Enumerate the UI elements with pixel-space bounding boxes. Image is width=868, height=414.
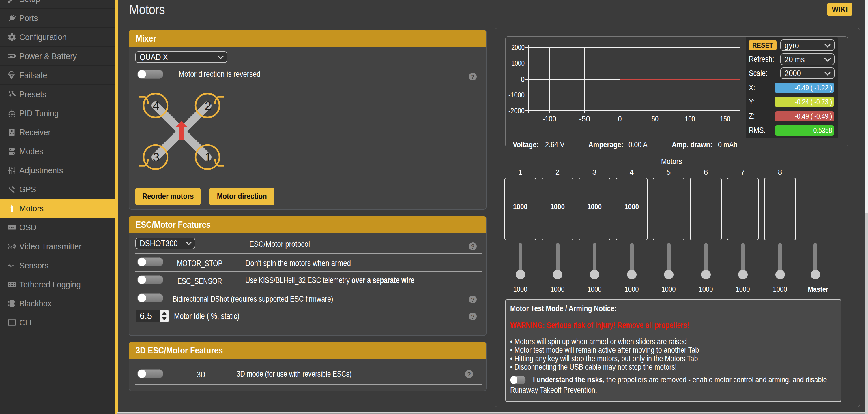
svg-text:100: 100: [685, 114, 695, 123]
svg-text:1000: 1000: [512, 59, 525, 67]
svg-text:-1000: -1000: [508, 91, 525, 99]
svg-text:1: 1: [205, 150, 211, 164]
svg-text:2: 2: [205, 99, 211, 112]
svg-text:-100: -100: [543, 114, 556, 123]
svg-text:-2000: -2000: [508, 106, 525, 115]
svg-text:-50: -50: [579, 114, 590, 123]
svg-text:3: 3: [153, 150, 159, 164]
svg-text:4: 4: [153, 99, 159, 112]
svg-text:50: 50: [652, 114, 658, 123]
svg-text:2000: 2000: [512, 43, 525, 51]
svg-text:0: 0: [618, 114, 622, 123]
svg-text:0: 0: [521, 75, 525, 83]
svg-text:150: 150: [720, 114, 731, 123]
